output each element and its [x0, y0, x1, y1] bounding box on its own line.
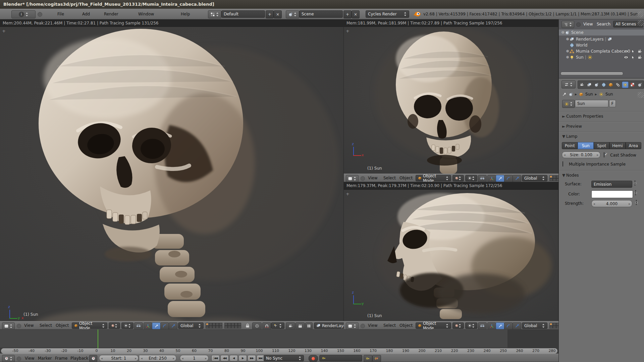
transform-orientation-select[interactable]: Global — [178, 322, 204, 329]
viewport-front[interactable]: Mem:181.99M, Peak:181.99M | Time:02:27.8… — [344, 19, 558, 174]
rotate-manipulator-button[interactable] — [504, 322, 513, 329]
viewport-shading-select[interactable] — [452, 175, 464, 181]
section-custom-properties[interactable]: ►Custom Properties — [562, 114, 603, 119]
layer-cell[interactable] — [549, 175, 553, 178]
menu-render[interactable]: Render — [104, 9, 118, 19]
lamp-type-hemi[interactable]: Hemi — [609, 142, 625, 149]
menu-view[interactable]: View — [24, 322, 34, 329]
layer-cell[interactable] — [209, 323, 212, 326]
corner-grip[interactable] — [638, 92, 644, 98]
corner-grip[interactable] — [637, 11, 643, 17]
tab-scene[interactable] — [593, 81, 600, 88]
menu-help[interactable]: Help — [181, 9, 190, 19]
layer-cell[interactable] — [238, 323, 241, 326]
record-button[interactable] — [309, 355, 318, 362]
collapse-menus-icon[interactable] — [576, 22, 581, 27]
menu-marker[interactable]: Marker — [38, 354, 52, 362]
fake-user-button[interactable]: F — [609, 100, 616, 107]
editor-type-selector[interactable] — [2, 322, 15, 329]
layer-cell[interactable] — [553, 323, 556, 326]
collapse-menus-icon[interactable] — [17, 357, 21, 361]
snap-element-select[interactable] — [271, 322, 284, 329]
corner-grip[interactable] — [638, 20, 644, 26]
viewport-header[interactable]: View Select Object Object Mode Globa — [344, 321, 558, 329]
render-engine-select[interactable]: Cycles Render — [366, 10, 409, 18]
scale-manipulator-button[interactable] — [169, 322, 177, 329]
outliner-item-renderlayers[interactable]: ⊕ RenderLayers | — [559, 36, 644, 42]
layer-cell[interactable] — [238, 326, 241, 329]
editor-type-selector[interactable] — [346, 175, 359, 182]
pivot-point-select[interactable] — [121, 322, 133, 329]
layer-cell[interactable] — [224, 323, 228, 326]
scene-crumb-icon[interactable] — [569, 92, 573, 97]
layer-cell[interactable] — [556, 175, 558, 178]
renderable-camera-icon[interactable] — [637, 55, 642, 60]
menu-object[interactable]: Object — [399, 322, 413, 329]
menu-view[interactable]: View — [368, 322, 377, 329]
section-lamp[interactable]: ▼Lamp — [562, 134, 577, 139]
scene-selector-icon[interactable] — [286, 10, 299, 18]
layer-selector[interactable] — [549, 175, 558, 182]
renderable-camera-icon[interactable] — [637, 49, 642, 54]
tab-object[interactable] — [607, 81, 614, 88]
keying-set-field[interactable] — [319, 355, 362, 361]
manipulator-axes-button[interactable] — [487, 175, 496, 182]
editor-type-selector[interactable]: i — [11, 10, 36, 18]
outliner-item-world[interactable]: World — [559, 42, 644, 48]
play-reverse-button[interactable]: ◀ — [229, 355, 238, 361]
menu-select[interactable]: Select — [383, 175, 396, 181]
viewport-shading-select[interactable] — [452, 322, 464, 329]
toolshelf-expand-icon[interactable]: + — [2, 29, 6, 33]
layer-cell[interactable] — [212, 323, 216, 326]
menu-frame[interactable]: Frame — [55, 354, 67, 362]
layer-cell[interactable] — [219, 326, 222, 329]
collapse-menus-icon[interactable] — [17, 324, 21, 328]
layer-cell[interactable] — [549, 323, 553, 326]
menu-view[interactable]: View — [368, 175, 377, 181]
outliner-item-mumia[interactable]: ⊕ Mumia Completa Cabeca.0 — [559, 48, 644, 54]
layer-cell[interactable] — [549, 178, 553, 181]
layer-cell[interactable] — [228, 323, 231, 326]
screen-layout-icon[interactable] — [208, 10, 221, 18]
screen-layout-field[interactable]: Default — [221, 10, 265, 18]
editor-type-selector[interactable] — [2, 355, 15, 362]
outliner-menu-search[interactable]: Search — [597, 19, 610, 29]
manipulator-toggle[interactable] — [478, 322, 487, 329]
prev-keyframe-button[interactable]: ◀◀ — [220, 355, 229, 361]
transform-orientation-select[interactable]: Global — [522, 322, 547, 329]
layer-cell[interactable] — [219, 323, 222, 326]
expand-icon[interactable]: ⊕ — [566, 48, 570, 54]
mode-select[interactable]: Object Mode — [416, 175, 451, 181]
viewport-header[interactable]: View Select Object Object Mode Globa — [0, 321, 344, 329]
surface-select[interactable]: Emission — [591, 181, 632, 188]
tab-render[interactable] — [579, 81, 585, 88]
insert-keyframe-button[interactable] — [364, 355, 372, 362]
scene-field[interactable]: Scene — [299, 10, 343, 18]
preview-range-clock-icon[interactable] — [89, 355, 97, 362]
viewport-side[interactable]: Mem:179.37M, Peak:179.37M | Time:02:10.9… — [344, 182, 558, 321]
opengl-render-icon[interactable] — [286, 322, 295, 329]
expand-icon[interactable]: ⊕ — [566, 54, 570, 60]
mode-select[interactable]: Object Mode — [416, 322, 451, 329]
menu-object[interactable]: Object — [399, 175, 413, 181]
outliner-menu-view[interactable]: View — [583, 19, 593, 29]
layer-cell[interactable] — [216, 326, 219, 329]
pin-icon[interactable] — [562, 92, 567, 97]
menu-file[interactable]: File — [57, 9, 64, 19]
current-frame-field[interactable]: ◂1▸ — [180, 355, 209, 361]
menu-select[interactable]: Select — [383, 322, 396, 329]
toolshelf-expand-icon[interactable]: + — [346, 192, 350, 196]
snap-magnet-icon[interactable] — [262, 322, 271, 329]
translate-manipulator-button[interactable] — [496, 322, 504, 329]
layer-cell[interactable] — [553, 178, 556, 181]
opengl-animation-icon[interactable] — [296, 322, 305, 329]
breadcrumb-object[interactable]: Sun — [585, 92, 593, 97]
manipulator-axes-button[interactable] — [144, 322, 152, 329]
lamp-name-field[interactable]: Sun — [575, 100, 608, 107]
selectable-cursor-icon[interactable] — [631, 49, 635, 54]
scale-manipulator-button[interactable] — [513, 175, 521, 182]
render-preview-icon[interactable] — [252, 322, 262, 329]
strength-node-dot-button[interactable] — [636, 200, 637, 205]
tab-world[interactable] — [600, 81, 607, 88]
layer-cell[interactable] — [556, 326, 558, 329]
